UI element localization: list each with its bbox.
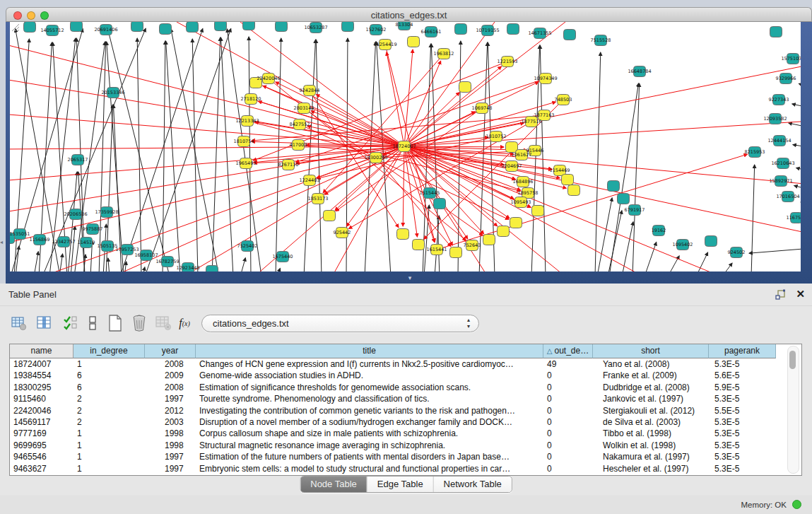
graph-edge[interactable] [622,222,633,271]
column-header-name[interactable]: name [10,344,73,358]
table-cell[interactable]: 22420046 [10,405,73,416]
graph-node[interactable] [568,185,580,196]
graph-edge[interactable] [749,248,801,253]
graph-edge[interactable] [59,254,63,271]
table-cell[interactable]: 1 [73,428,145,439]
table-cell[interactable]: 0 [543,405,593,416]
graph-edge[interactable] [668,256,679,271]
graph-edge[interactable] [10,146,404,213]
graph-edge[interactable] [277,268,280,271]
panel-collapse-arrow-icon[interactable]: ◂ [0,239,5,246]
graph-node[interactable] [71,22,83,32]
graph-node[interactable] [215,22,227,31]
graph-edge[interactable] [221,37,233,271]
graph-edge[interactable] [143,267,145,271]
network-canvas[interactable]: 1405571220691406106532871527602813304646… [10,22,801,271]
graph-node[interactable] [408,37,420,47]
table-cell[interactable]: Jankovic et al. (1997) [593,393,709,404]
graph-node[interactable] [532,206,544,216]
table-row[interactable]: 1938455462009Genome-wide association stu… [10,370,801,381]
table-cell[interactable]: de Silva et al. (2003) [593,416,709,428]
function-builder-icon[interactable]: f(x) [175,314,194,332]
graph-node[interactable] [608,181,620,192]
graph-edge[interactable] [240,258,245,271]
graph-node[interactable] [618,194,630,204]
tab-node-table[interactable]: Node Table [300,477,367,492]
table-cell[interactable]: Corpus callosum shape and size in male p… [196,428,543,439]
graph-edge[interactable] [107,42,124,271]
graph-edge[interactable] [107,29,170,271]
table-cell[interactable]: 14569117 [10,416,73,428]
graph-node[interactable] [187,22,199,33]
table-cell[interactable]: 5.9E-5 [709,382,776,393]
table-cell[interactable]: 2008 [145,358,196,370]
new-table-icon[interactable] [106,314,124,332]
table-row[interactable]: 946362711997Embryonic stem cells: a mode… [10,463,801,474]
table-cell[interactable]: Structural magnetic resonance image aver… [196,440,543,451]
delete-attribute-icon[interactable] [130,314,148,332]
table-row[interactable]: 2242004622012Investigating the contribut… [10,405,801,416]
table-row[interactable]: 1872400712008Changes of HCN gene express… [10,358,801,370]
resize-grip[interactable] [10,22,20,32]
graph-edge[interactable] [192,39,198,271]
table-cell[interactable]: Nakamura et al. (1997) [593,451,709,462]
graph-node[interactable] [324,211,336,221]
graph-edge[interactable] [10,146,404,149]
graph-node[interactable] [131,22,143,32]
table-cell[interactable]: 19384554 [10,370,73,381]
table-cell[interactable]: 0 [543,416,593,428]
graph-node[interactable] [705,236,717,247]
graph-edge[interactable] [336,108,482,211]
table-cell[interactable]: 5.3E-5 [709,416,776,428]
graph-edge[interactable] [34,252,38,271]
table-cell[interactable]: Genome-wide association studies in ADHD. [196,370,543,381]
scrollbar-thumb[interactable] [789,351,796,369]
graph-node[interactable] [507,24,519,35]
graph-edge[interactable] [722,263,732,271]
graph-edge[interactable] [789,123,801,128]
table-settings-icon[interactable] [10,314,28,332]
graph-edge[interactable] [404,146,484,234]
table-cell[interactable]: 5.6E-5 [709,370,776,381]
table-cell[interactable]: 0 [543,451,593,462]
column-header-short[interactable]: short [593,344,709,358]
show-column-icon[interactable] [35,314,54,332]
graph-edge[interactable] [10,114,404,146]
table-cell[interactable]: 0 [543,382,593,393]
table-cell[interactable]: Investigating the contribution of common… [196,405,543,416]
graph-node[interactable] [160,24,172,35]
graph-edge[interactable] [10,146,404,181]
table-row[interactable]: 969969511998Structural magnetic resonanc… [10,440,801,451]
graph-edge[interactable] [794,185,801,190]
table-cell[interactable]: 0 [543,440,593,451]
table-cell[interactable]: Franke et al. (2009) [593,370,709,381]
table-cell[interactable]: 5.3E-5 [709,463,776,474]
table-selector-dropdown[interactable]: citations_edges.txt ▴▾ [201,315,479,332]
table-cell[interactable]: 2003 [145,416,196,428]
table-cell[interactable]: 9465546 [10,451,73,462]
table-cell[interactable]: Disruption of a novel member of a sodium… [196,416,543,428]
table-cell[interactable]: 9115460 [10,393,73,404]
table-cell[interactable]: Yano et al. (2008) [593,358,709,370]
graph-node[interactable] [276,22,288,32]
graph-edge[interactable] [166,41,180,271]
table-cell[interactable]: Hescheler et al. (1997) [593,463,709,474]
graph-edge[interactable] [799,83,801,88]
row-height-icon[interactable] [83,314,102,332]
table-cell[interactable]: 1997 [145,393,196,404]
graph-edge[interactable] [645,242,657,271]
graph-node[interactable] [206,266,218,272]
graph-edge[interactable] [120,28,203,271]
graph-edge[interactable] [323,54,444,193]
table-cell[interactable]: 5.3E-5 [709,393,776,404]
table-cell[interactable]: Estimation of the future numbers of pati… [196,451,543,462]
table-cell[interactable]: 5.3E-5 [709,428,776,439]
split-pane-handle[interactable]: ▾ [405,274,415,281]
graph-edge[interactable] [404,146,801,234]
table-cell[interactable]: 5.3E-5 [709,440,776,451]
table-cell[interactable]: Changes of HCN gene expression and I(f) … [196,358,543,370]
table-cell[interactable]: 9463627 [10,463,73,474]
table-cell[interactable]: 18300295 [10,382,73,393]
graph-node[interactable] [434,199,446,209]
graph-edge[interactable] [332,146,404,271]
